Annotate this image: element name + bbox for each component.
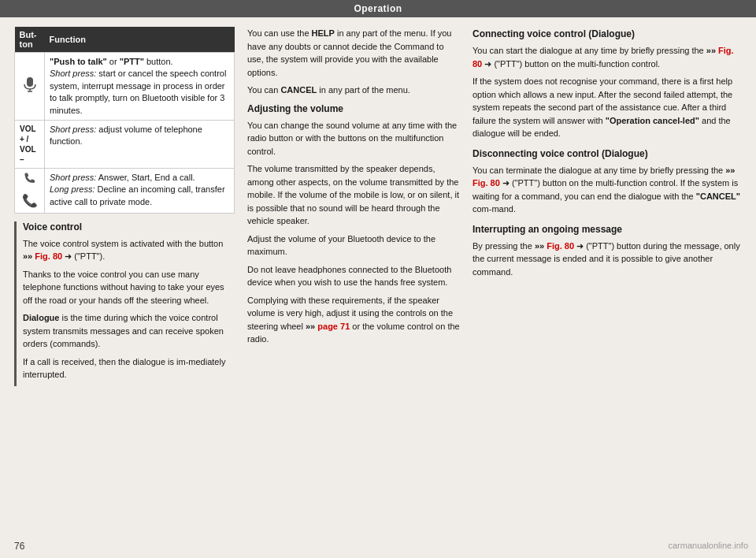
mid-para6: Do not leave headphones connected to the… (247, 263, 460, 289)
table-row: VOL + /VOL – Short press: adjust volume … (15, 120, 235, 168)
vc-para2: Thanks to the voice control you can use … (23, 268, 235, 307)
voice-control-section: Voice control The voice control system i… (14, 221, 235, 386)
function-table: But-ton Function (14, 27, 235, 214)
right-para2: If the system does not recognise your co… (472, 75, 742, 140)
call-func-cell: Short press: Answer, Start, End a call. … (45, 168, 235, 213)
ptt-func-cell: "Push to talk" or "PTT" button. Short pr… (45, 53, 235, 121)
right-para3: You can terminate the dialogue at any ti… (472, 164, 742, 216)
mid-para2: You can CANCEL in any part of the menu. (247, 84, 460, 97)
right-para4: By pressing the »» Fig. 80 ➜ ("PTT") but… (472, 240, 742, 279)
right-para1: You can start the dialogue at any time b… (472, 44, 742, 70)
right-column: Connecting voice control (Dialogue) You … (472, 27, 742, 549)
mid-para3: You can change the sound volume at any t… (247, 119, 460, 158)
svg-rect-0 (27, 77, 33, 87)
call-icon (22, 172, 38, 188)
page-number: 76 (14, 541, 24, 552)
middle-column: You can use the HELP in any part of the … (247, 27, 460, 549)
voice-control-content: The voice control system is activated wi… (23, 237, 235, 381)
adjusting-volume-heading: Adjusting the volume (247, 102, 460, 116)
ptt-icon-cell (15, 53, 45, 121)
col-btn-header: But-ton (15, 27, 45, 53)
mid-para5: Adjust the volume of your Bluetooth devi… (247, 232, 460, 259)
table-row: 📞 Short press: Answer, Start, End a call… (15, 168, 235, 213)
vol-func-cell: Short press: adjust volume of telephone … (45, 120, 235, 168)
header-bar: Operation (0, 0, 756, 17)
vc-para4: If a call is received, then the dialogue… (23, 355, 235, 381)
left-column: But-ton Function (14, 27, 235, 549)
page: Operation But-ton Function (0, 0, 756, 558)
mid-para7: Complying with these requirements, if th… (247, 294, 460, 346)
disconnecting-vc-heading: Disconnecting voice control (Dialogue) (472, 147, 742, 161)
header-title: Operation (354, 3, 402, 14)
table-row: "Push to talk" or "PTT" button. Short pr… (15, 53, 235, 121)
voice-control-title: Voice control (23, 221, 235, 232)
col-func-header: Function (45, 27, 235, 53)
interrupting-message-heading: Interrupting an ongoing message (472, 222, 742, 236)
mid-para4: The volume transmitted by the speaker de… (247, 162, 460, 228)
vc-para3: Dialogue is the time during which the vo… (23, 311, 235, 351)
content-area: But-ton Function (0, 17, 756, 558)
call-icon-cell: 📞 (15, 168, 45, 213)
vc-para1: The voice control system is activated wi… (23, 237, 235, 263)
ptt-icon (22, 76, 38, 92)
mid-para1: You can use the HELP in any part of the … (247, 27, 460, 79)
connecting-vc-heading: Connecting voice control (Dialogue) (472, 27, 742, 41)
vol-cell: VOL + /VOL – (15, 120, 45, 168)
